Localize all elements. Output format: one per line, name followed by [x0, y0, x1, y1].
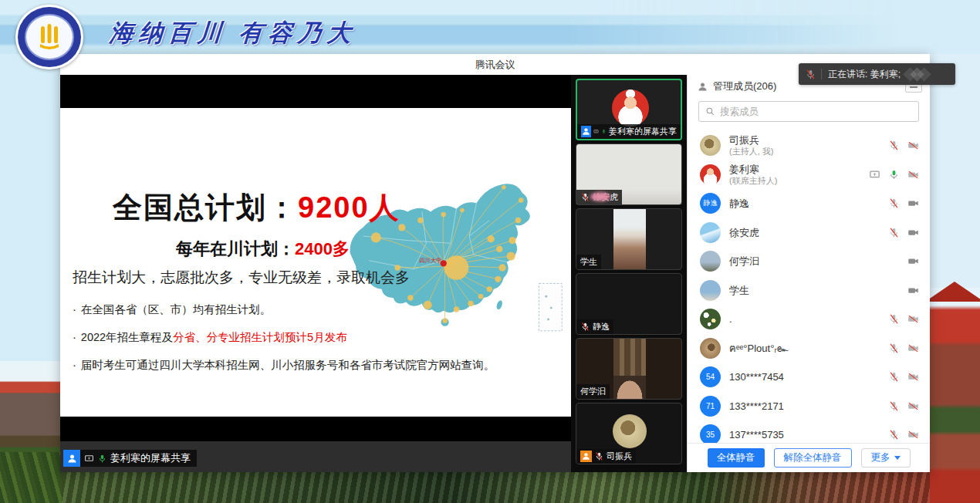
camera-muted-icon[interactable] [907, 429, 919, 441]
thumbnail-name: 徐安虎 [593, 191, 618, 203]
slide-subtitle: 每年在川计划：2400多 [176, 238, 350, 261]
member-row[interactable]: 何学汩 [688, 247, 930, 276]
slide-title: 全国总计划：9200人 [113, 188, 400, 228]
wallpaper-campus-photo-right [930, 54, 980, 503]
member-search-input[interactable] [720, 106, 912, 117]
mic-muted-icon[interactable] [888, 140, 900, 151]
share-toolbar: 姜利寒的屏幕共享 [60, 441, 571, 472]
lion-avatar [613, 414, 647, 448]
member-row[interactable]: ฅᵉᵉ°Plout°ᵣ๛ [688, 334, 930, 363]
thumbnail-jianglihan-share[interactable]: 姜利寒的屏幕共享 [576, 79, 682, 140]
avatar [700, 222, 721, 243]
member-row[interactable]: 学生 [688, 276, 930, 306]
member-row[interactable]: 71 133****2171 [688, 392, 930, 421]
member-row[interactable]: 静逸 静逸 [688, 189, 930, 218]
avatar [700, 251, 721, 272]
mic-muted-icon[interactable] [888, 227, 900, 238]
slide-title-value: 9200人 [298, 191, 400, 224]
slide-tagline: 招生计划大，志愿批次多，专业无级差，录取机会多 [73, 268, 410, 288]
camera-muted-icon[interactable] [907, 169, 919, 181]
screen-share-icon[interactable] [869, 169, 880, 181]
thumbnail-xuanhu[interactable]: 徐安虎 [576, 143, 682, 205]
mic-on-icon [97, 454, 107, 464]
member-row[interactable]: 35 137****5735 [688, 420, 930, 443]
camera-off-icon[interactable] [907, 197, 919, 209]
slide-bullet-list: ·在全国各省（区、市）均有招生计划。 ·2022年招生章程及分省、分专业招生计划… [73, 302, 495, 386]
member-list[interactable]: 司振兵 (主持人, 我) 姜利寒 (联席主持人) [688, 127, 930, 443]
camera-muted-icon[interactable] [907, 400, 919, 412]
slide-bullet-1: ·在全国各省（区、市）均有招生计划。 [73, 302, 495, 317]
camera-muted-icon[interactable] [907, 140, 919, 151]
speaking-toast: 正在讲话: 姜利寒; [799, 63, 955, 85]
speaking-text: 正在讲话: 姜利寒; [828, 68, 901, 81]
camera-off-icon[interactable] [907, 255, 919, 267]
member-name: 137****5735 [729, 429, 784, 441]
member-row[interactable]: . [688, 305, 930, 334]
member-role: (主持人, 我) [729, 146, 773, 157]
meeting-window: 腾讯会议 全国总计划：9200人 每年在川计划：2400多 招生计划大，志愿批次… [60, 54, 930, 472]
video-strip [613, 209, 646, 269]
map-marker-label: 四川大学 [419, 257, 442, 264]
avatar-text: 静逸 [704, 198, 718, 208]
mic-on-icon [601, 127, 607, 137]
camera-muted-icon[interactable] [907, 343, 919, 354]
presenter-avatar-badge [581, 126, 591, 137]
member-row[interactable]: 徐安虎 [688, 218, 930, 248]
avatar-text: 54 [706, 373, 715, 381]
member-panel-footer: 全体静音 解除全体静音 更多 [688, 443, 930, 472]
mic-muted-icon[interactable] [888, 400, 900, 412]
mic-muted-icon [594, 451, 604, 461]
person-icon [66, 453, 78, 464]
member-search-box[interactable] [698, 101, 919, 122]
search-icon [705, 106, 715, 116]
member-name: 何学汩 [729, 255, 759, 267]
member-name: ฅᵉᵉ°Plout°ᵣ๛ [729, 343, 789, 354]
camera-off-icon[interactable] [907, 227, 919, 238]
thumbnail-xuesheng[interactable]: 学生 [576, 208, 682, 270]
wallpaper-campus-photo-left [0, 361, 62, 503]
member-row[interactable]: 姜利寒 (联席主持人) [688, 160, 930, 190]
unmute-all-button[interactable]: 解除全体静音 [774, 448, 852, 468]
chevron-down-icon [894, 456, 901, 460]
slide-bullet-2: ·2022年招生章程及分省、分专业招生计划预计5月发布 [73, 330, 495, 345]
member-row[interactable]: 54 130****7454 [688, 363, 930, 392]
camera-off-icon[interactable] [907, 285, 919, 296]
mute-all-button[interactable]: 全体静音 [708, 448, 765, 468]
camera-muted-icon[interactable] [907, 313, 919, 325]
window-title: 腾讯会议 [475, 58, 515, 72]
member-row[interactable]: 司振兵 (主持人, 我) [688, 131, 930, 160]
member-name: 徐安虎 [729, 227, 759, 238]
mic-muted-icon[interactable] [888, 371, 900, 383]
logo-emblem [25, 14, 74, 60]
tencent-meeting-watermark-icon [908, 69, 929, 79]
mic-muted-icon [580, 322, 590, 332]
mic-muted-icon[interactable] [888, 197, 900, 209]
camera-muted-icon[interactable] [907, 371, 919, 383]
thumbnail-hexuegu[interactable]: 何学汩 [576, 338, 682, 400]
thumbnail-label: 静逸 [576, 319, 613, 334]
mic-muted-icon[interactable] [888, 313, 900, 325]
avatar: 静逸 [700, 193, 721, 214]
mic-muted-icon[interactable] [888, 429, 900, 441]
slide-subtitle-label: 每年在川计划： [176, 239, 295, 258]
mic-muted-icon[interactable] [888, 343, 900, 354]
more-button[interactable]: 更多 [861, 448, 911, 468]
wallpaper-campus-photo-bottom [62, 472, 930, 503]
screen-share-icon [593, 127, 599, 137]
sichuan-university-logo [15, 5, 83, 69]
share-status-text: 姜利寒的屏幕共享 [110, 451, 191, 465]
thumbnail-sizhenbing[interactable]: 司振兵 [576, 403, 682, 464]
thumbnail-name: 姜利寒的屏幕共享 [609, 126, 677, 137]
more-button-label: 更多 [871, 451, 890, 464]
presenter-avatar-badge [63, 450, 80, 467]
member-name: . [729, 313, 732, 325]
members-icon [697, 81, 708, 93]
mic-on-icon[interactable] [888, 169, 900, 181]
avatar-text: 71 [706, 402, 715, 410]
screen-share-icon [84, 454, 94, 464]
thumbnail-jingyi[interactable]: 静逸 [576, 273, 682, 335]
thumbnail-name: 司振兵 [607, 451, 632, 462]
thumbnail-name: 何学汩 [580, 386, 606, 397]
avatar [700, 309, 721, 329]
shared-slide: 全国总计划：9200人 每年在川计划：2400多 招生计划大，志愿批次多，专业无… [60, 108, 571, 417]
